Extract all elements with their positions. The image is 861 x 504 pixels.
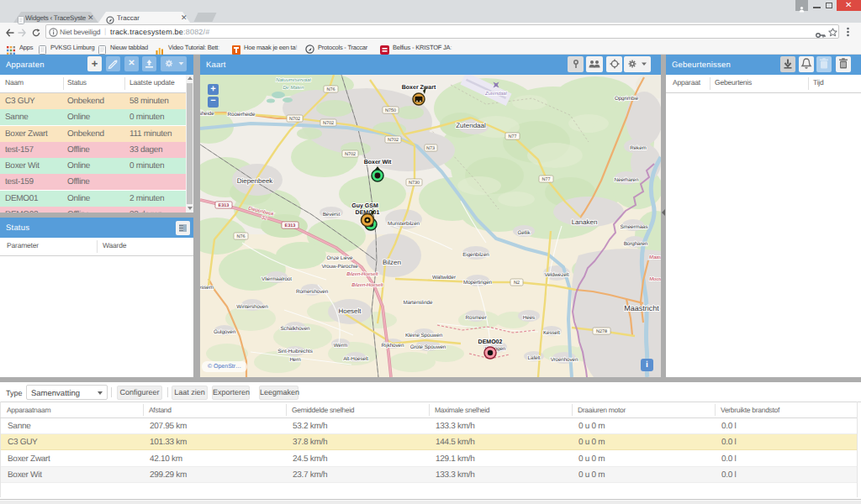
- svg-text:Lafelt: Lafelt: [528, 355, 541, 361]
- svg-text:Boxer Wit: Boxer Wit: [364, 159, 392, 165]
- svg-text:Borgharen: Borgharen: [624, 241, 648, 247]
- svg-text:N76: N76: [236, 234, 245, 239]
- svg-text:lsheide: lsheide: [200, 111, 214, 117]
- svg-text:Zutendaal: Zutendaal: [456, 122, 486, 129]
- svg-text:E313: E313: [219, 203, 230, 208]
- svg-text:Smeermaas: Smeermaas: [620, 224, 647, 230]
- svg-text:Beverst: Beverst: [323, 212, 341, 218]
- svg-text:N77: N77: [508, 134, 516, 139]
- svg-text:Natuurreservaat: Natuurreservaat: [276, 78, 311, 83]
- svg-text:DEMO02: DEMO02: [478, 339, 503, 345]
- svg-text:Bilzen: Bilzen: [383, 259, 401, 266]
- svg-text:Vliermaalroot: Vliermaalroot: [261, 276, 292, 282]
- svg-text:N2: N2: [514, 281, 520, 286]
- svg-text:N730: N730: [409, 181, 420, 186]
- svg-text:Neerharen: Neerharen: [615, 177, 639, 183]
- svg-text:Gellik: Gellik: [517, 230, 531, 236]
- svg-text:N750: N750: [385, 108, 396, 113]
- svg-text:Maastric: Maastric: [649, 255, 661, 260]
- svg-text:Hern: Hern: [289, 357, 301, 363]
- svg-text:Rooierheide: Rooierheide: [228, 112, 256, 118]
- svg-text:Rosmeer: Rosmeer: [466, 315, 487, 321]
- svg-text:Martenslinde: Martenslinde: [404, 300, 433, 306]
- svg-text:Mopertingen: Mopertingen: [463, 280, 493, 286]
- svg-text:N278: N278: [596, 329, 607, 334]
- svg-text:Hoeselt: Hoeselt: [338, 307, 362, 315]
- svg-text:Schalkhoven: Schalkhoven: [281, 326, 311, 332]
- svg-text:E313: E313: [285, 223, 296, 228]
- svg-text:Munsterbilzen: Munsterbilzen: [388, 221, 420, 227]
- svg-text:N702: N702: [289, 117, 300, 122]
- svg-text:Waltwilder: Waltwilder: [432, 275, 456, 281]
- svg-text:N702: N702: [345, 152, 356, 157]
- svg-text:Boxer Zwart: Boxer Zwart: [402, 85, 436, 91]
- svg-text:N702: N702: [388, 138, 399, 143]
- svg-text:Hees: Hees: [523, 315, 535, 321]
- svg-text:Wintershoven: Wintershoven: [236, 304, 268, 310]
- svg-text:Diepenbeek: Diepenbeek: [237, 177, 274, 185]
- svg-text:N77: N77: [541, 177, 550, 182]
- svg-text:Bilzen-Hoeselt: Bilzen-Hoeselt: [346, 271, 378, 277]
- svg-text:Rekem: Rekem: [630, 145, 646, 151]
- svg-text:Vrouw-Parochie: Vrouw-Parochie: [321, 264, 358, 270]
- svg-text:N702: N702: [323, 121, 334, 126]
- svg-text:Moostr: Moostr: [649, 277, 661, 282]
- svg-text:Guy GSM: Guy GSM: [351, 203, 378, 209]
- svg-text:De Maten: De Maten: [283, 86, 304, 91]
- svg-text:N76: N76: [326, 87, 335, 92]
- svg-text:Zutendaal: Zutendaal: [484, 91, 507, 97]
- svg-text:Bilzen-Hoeselt: Bilzen-Hoeselt: [351, 282, 383, 288]
- svg-text:Kesselt: Kesselt: [543, 330, 560, 336]
- svg-text:Alt-Hoeselt: Alt-Hoeselt: [343, 356, 368, 362]
- svg-text:Veldwezelt: Veldwezelt: [544, 272, 568, 278]
- svg-text:Romershoven: Romershoven: [296, 289, 329, 295]
- svg-text:N73: N73: [426, 146, 435, 151]
- svg-text:Grote Spouwen: Grote Spouwen: [410, 344, 446, 350]
- svg-text:Maastricht: Maastricht: [624, 304, 659, 312]
- svg-text:rtessem: rtessem: [200, 285, 214, 291]
- svg-text:Opgrimbie: Opgrimbie: [615, 96, 639, 102]
- svg-text:Werm: Werm: [334, 343, 347, 349]
- svg-text:Onze Lieve: Onze Lieve: [327, 255, 353, 261]
- svg-text:Lanaken: Lanaken: [572, 218, 598, 226]
- svg-text:Eigenbilzen: Eigenbilzen: [462, 252, 489, 258]
- svg-text:Kleine Spouwen: Kleine Spouwen: [405, 333, 443, 339]
- svg-text:Rijkhoven: Rijkhoven: [382, 343, 404, 349]
- svg-text:Gulgoven: Gulgoven: [214, 329, 236, 335]
- svg-text:Vroenhoven: Vroenhoven: [551, 357, 578, 363]
- svg-text:Sint-Huibrechts: Sint-Huibrechts: [277, 349, 313, 354]
